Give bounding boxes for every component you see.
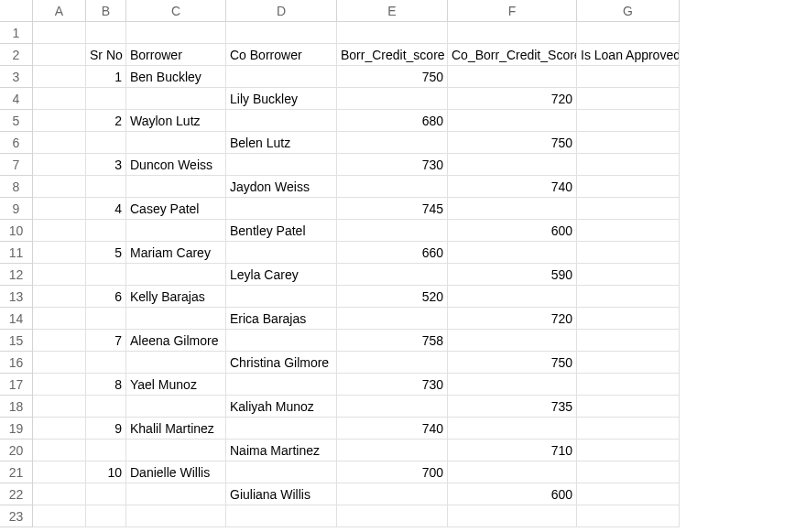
cell-E9[interactable]: 745 <box>337 198 448 220</box>
cell-G21[interactable] <box>577 461 680 483</box>
cell-F20[interactable]: 710 <box>448 440 577 461</box>
cell-D18[interactable]: Kaliyah Munoz <box>226 396 337 418</box>
col-header-A[interactable]: A <box>33 0 86 22</box>
cell-F1[interactable] <box>448 22 577 44</box>
row-header-17[interactable]: 17 <box>0 374 33 396</box>
row-header-1[interactable]: 1 <box>0 22 33 44</box>
cell-A17[interactable] <box>33 374 86 396</box>
cell-B15[interactable]: 7 <box>86 330 126 352</box>
select-all-corner[interactable] <box>0 0 33 22</box>
cell-F7[interactable] <box>448 154 577 176</box>
cell-B6[interactable] <box>86 132 126 154</box>
cell-D10[interactable]: Bentley Patel <box>226 220 337 242</box>
cell-C13[interactable]: Kelly Barajas <box>126 286 226 308</box>
cell-F15[interactable] <box>448 330 577 352</box>
cell-B17[interactable]: 8 <box>86 374 126 396</box>
cell-F19[interactable] <box>448 418 577 440</box>
row-header-6[interactable]: 6 <box>0 132 33 154</box>
cell-G14[interactable] <box>577 308 680 330</box>
cell-F10[interactable]: 600 <box>448 220 577 242</box>
cell-E3[interactable]: 750 <box>337 66 448 88</box>
cell-D9[interactable] <box>226 198 337 220</box>
cell-A5[interactable] <box>33 110 86 132</box>
cell-F16[interactable]: 750 <box>448 352 577 374</box>
cell-B22[interactable] <box>86 483 126 505</box>
cell-A20[interactable] <box>33 440 86 461</box>
cell-C23[interactable] <box>126 505 226 527</box>
cell-A7[interactable] <box>33 154 86 176</box>
cell-E18[interactable] <box>337 396 448 418</box>
cell-C4[interactable] <box>126 88 226 110</box>
cell-C17[interactable]: Yael Munoz <box>126 374 226 396</box>
cell-G5[interactable] <box>577 110 680 132</box>
row-header-2[interactable]: 2 <box>0 44 33 66</box>
cell-A8[interactable] <box>33 176 86 198</box>
cell-E22[interactable] <box>337 483 448 505</box>
cell-C1[interactable] <box>126 22 226 44</box>
cell-G8[interactable] <box>577 176 680 198</box>
cell-F13[interactable] <box>448 286 577 308</box>
cell-E23[interactable] <box>337 505 448 527</box>
cell-D17[interactable] <box>226 374 337 396</box>
row-header-9[interactable]: 9 <box>0 198 33 220</box>
cell-D7[interactable] <box>226 154 337 176</box>
cell-B1[interactable] <box>86 22 126 44</box>
row-header-16[interactable]: 16 <box>0 352 33 374</box>
cell-A12[interactable] <box>33 264 86 286</box>
cell-A10[interactable] <box>33 220 86 242</box>
cell-F9[interactable] <box>448 198 577 220</box>
cell-C10[interactable] <box>126 220 226 242</box>
cell-A19[interactable] <box>33 418 86 440</box>
cell-B16[interactable] <box>86 352 126 374</box>
cell-C19[interactable]: Khalil Martinez <box>126 418 226 440</box>
cell-E21[interactable]: 700 <box>337 461 448 483</box>
cell-F18[interactable]: 735 <box>448 396 577 418</box>
cell-G17[interactable] <box>577 374 680 396</box>
cell-D2[interactable]: Co Borrower <box>226 44 337 66</box>
cell-D15[interactable] <box>226 330 337 352</box>
cell-D20[interactable]: Naima Martinez <box>226 440 337 461</box>
cell-C14[interactable] <box>126 308 226 330</box>
cell-E8[interactable] <box>337 176 448 198</box>
cell-F22[interactable]: 600 <box>448 483 577 505</box>
cell-E4[interactable] <box>337 88 448 110</box>
col-header-E[interactable]: E <box>337 0 448 22</box>
spreadsheet-grid[interactable]: A B C D E F G 1 2 Sr No Borrower Co Borr… <box>0 0 806 527</box>
cell-C6[interactable] <box>126 132 226 154</box>
cell-F6[interactable]: 750 <box>448 132 577 154</box>
cell-B20[interactable] <box>86 440 126 461</box>
col-header-C[interactable]: C <box>126 0 226 22</box>
cell-C9[interactable]: Casey Patel <box>126 198 226 220</box>
cell-E2[interactable]: Borr_Credit_score <box>337 44 448 66</box>
cell-D3[interactable] <box>226 66 337 88</box>
row-header-14[interactable]: 14 <box>0 308 33 330</box>
cell-C2[interactable]: Borrower <box>126 44 226 66</box>
cell-F17[interactable] <box>448 374 577 396</box>
cell-E1[interactable] <box>337 22 448 44</box>
cell-G12[interactable] <box>577 264 680 286</box>
row-header-11[interactable]: 11 <box>0 242 33 264</box>
cell-G6[interactable] <box>577 132 680 154</box>
row-header-3[interactable]: 3 <box>0 66 33 88</box>
cell-G20[interactable] <box>577 440 680 461</box>
cell-B3[interactable]: 1 <box>86 66 126 88</box>
col-header-D[interactable]: D <box>226 0 337 22</box>
cell-D23[interactable] <box>226 505 337 527</box>
row-header-18[interactable]: 18 <box>0 396 33 418</box>
cell-F8[interactable]: 740 <box>448 176 577 198</box>
col-header-G[interactable]: G <box>577 0 680 22</box>
cell-E20[interactable] <box>337 440 448 461</box>
row-header-20[interactable]: 20 <box>0 440 33 461</box>
cell-F11[interactable] <box>448 242 577 264</box>
cell-F14[interactable]: 720 <box>448 308 577 330</box>
cell-C18[interactable] <box>126 396 226 418</box>
row-header-23[interactable]: 23 <box>0 505 33 527</box>
cell-E5[interactable]: 680 <box>337 110 448 132</box>
cell-E10[interactable] <box>337 220 448 242</box>
cell-C7[interactable]: Duncon Weiss <box>126 154 226 176</box>
cell-F21[interactable] <box>448 461 577 483</box>
cell-G3[interactable] <box>577 66 680 88</box>
cell-A16[interactable] <box>33 352 86 374</box>
cell-C12[interactable] <box>126 264 226 286</box>
cell-D1[interactable] <box>226 22 337 44</box>
